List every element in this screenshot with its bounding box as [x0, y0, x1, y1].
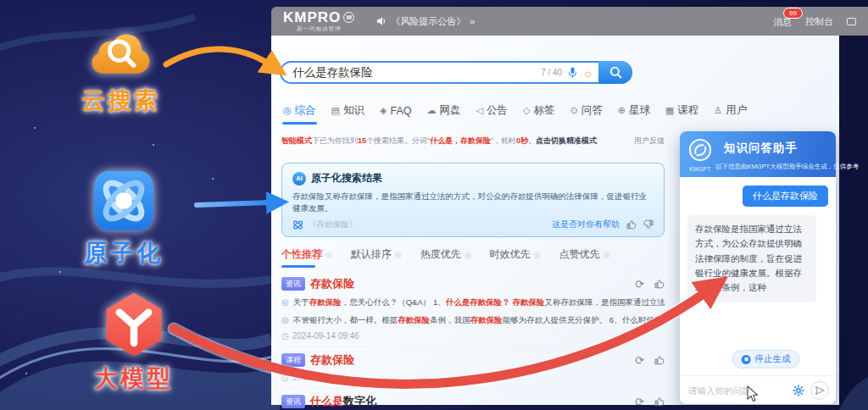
search-input[interactable]: [281, 66, 541, 79]
notice-text: 下已为你找到: [312, 136, 358, 145]
callout-atomization: 原子化: [83, 168, 164, 269]
star-dot: [34, 127, 36, 129]
sort-recency[interactable]: 时效优先◎: [490, 247, 541, 268]
refresh-icon[interactable]: ⟳: [635, 279, 644, 290]
thumbs-up-icon[interactable]: [626, 219, 637, 230]
refresh-icon[interactable]: ⟳: [635, 396, 644, 407]
speaker-icon: [376, 16, 387, 26]
messages-button[interactable]: 消息 99: [773, 14, 792, 29]
info-circle-icon: ◎: [465, 251, 471, 259]
question-input[interactable]: [687, 385, 787, 396]
notice-time: 0秒: [516, 136, 528, 145]
tab-comprehensive[interactable]: ◎综合: [281, 102, 318, 123]
send-button[interactable]: [810, 381, 829, 400]
tab-planet-icon: ⊕: [618, 106, 626, 115]
category-badge: 资讯: [281, 277, 305, 291]
snippet-marker-icon: ◎: [281, 296, 289, 309]
sort-label: 默认排序: [351, 247, 392, 262]
thumbs-up-icon[interactable]: [654, 396, 665, 407]
tab-label: 网盘: [440, 103, 461, 118]
assistant-conversation: 什么是存款保险 存款保险是指国家通过立法方式，为公众存款提供明确法律保障的制度，…: [680, 177, 836, 375]
tab-netdisk-icon: ☁: [427, 106, 437, 115]
assistant-panel: KMGPT 知识问答助手 以下信息由KMGPT大模型助手综合生成，仅供参考 什么…: [680, 131, 836, 404]
kmgpt-swirl-icon: [688, 138, 712, 162]
result-title[interactable]: 什么是数字化: [310, 394, 376, 409]
user-feedback-link[interactable]: 用户反馈: [634, 136, 665, 147]
helpful-link[interactable]: 这是否对你有帮助: [552, 219, 620, 230]
notice-text: ”，耗时: [491, 136, 516, 145]
sort-popularity[interactable]: 热度优先◎: [420, 247, 471, 268]
tab-announcement[interactable]: ◁公告: [475, 102, 509, 123]
tab-label: 综合: [295, 103, 316, 118]
callout-label-cloud-search: 云搜索: [81, 85, 161, 117]
screenshot-root: 云搜索 原子化 大模型: [0, 0, 868, 410]
console-button[interactable]: 控制台: [805, 15, 833, 28]
info-circle-icon: ◎: [326, 251, 332, 259]
notice-keywords: 什么是，存款保险: [430, 136, 491, 145]
result-timestamp: 2024-09-14 09:46: [292, 331, 359, 341]
thumbs-up-icon[interactable]: [654, 355, 665, 365]
sort-label: 热度优先: [420, 247, 461, 262]
hot-search-icon[interactable]: ☼: [582, 67, 593, 79]
window-icon[interactable]: [847, 18, 856, 25]
logo-text: KMPRO: [283, 10, 341, 25]
result-snippet: 关于存款保险，您关心什么？（Q&A） 1、什么是存款保险？ 存款保险又称存款保障…: [293, 296, 665, 309]
ai-source-link[interactable]: 《存款保险》: [309, 219, 357, 230]
tab-course[interactable]: ▦课程: [664, 102, 700, 123]
messages-badge: 99: [783, 8, 803, 19]
category-badge: 资讯: [281, 395, 305, 408]
tab-qa[interactable]: ⊙问答: [568, 102, 604, 123]
char-counter: 7 / 40: [541, 68, 562, 77]
assistant-title: 知识问答助手: [724, 138, 827, 156]
tab-faq[interactable]: ◈FAQ: [378, 102, 413, 123]
tab-label: 星球: [629, 103, 650, 118]
callout-label-atomization: 原子化: [83, 237, 164, 269]
tab-knowledge-icon: ▤: [331, 106, 340, 115]
assistant-header: KMGPT 知识问答助手 以下信息由KMGPT大模型助手综合生成，仅供参考: [680, 131, 836, 177]
stop-label: 停止生成: [755, 353, 791, 365]
microphone-icon[interactable]: [568, 67, 577, 79]
assistant-input-row: [680, 375, 836, 404]
info-circle-icon: ◎: [395, 251, 402, 259]
refresh-icon[interactable]: ⟳: [635, 355, 644, 366]
tab-label: 知识: [343, 103, 364, 118]
search-button[interactable]: [598, 61, 632, 84]
sort-likes[interactable]: 点赞优先◎: [559, 247, 609, 268]
atom-mark-icon: [292, 220, 303, 230]
tab-user[interactable]: ♙用户: [712, 102, 748, 123]
thumbs-down-icon[interactable]: [643, 219, 654, 230]
result-item: 课程 存款保险 ⟳ ◷12:22:43: [281, 347, 665, 389]
tab-course-icon: ▦: [665, 106, 674, 115]
tab-planet[interactable]: ⊕星球: [616, 102, 652, 123]
paper-plane-icon: [815, 385, 825, 396]
result-snippet: 不管银行大小，都一样。根据存款保险条例，我国存款保险能够为存款人提供充分保护。 …: [293, 314, 665, 327]
sort-default[interactable]: 默认排序◎: [351, 247, 402, 268]
stop-generate-button[interactable]: 停止生成: [732, 350, 800, 368]
switch-precise-mode-link[interactable]: 点击切换精准模式: [536, 136, 597, 145]
atom-icon: [83, 168, 164, 237]
thumbs-up-icon[interactable]: [654, 279, 665, 289]
sort-label: 个性推荐: [281, 247, 322, 262]
star-dot: [237, 356, 239, 357]
callout-label-large-model: 大模型: [93, 363, 174, 395]
announcement-banner[interactable]: 《风险提示公告》 »: [376, 15, 475, 28]
tab-netdisk[interactable]: ☁网盘: [426, 102, 463, 123]
assistant-reply: 存款保险是指国家通过立法方式，为公众存款提供明确法律保障的制度，旨在促进银行业的…: [687, 215, 816, 302]
settings-icon[interactable]: [793, 385, 804, 396]
notice-text: 个搜索结果。分词“: [366, 136, 430, 145]
ai-search-result-card: AI 原子化搜索结果 存款保险又称存款保障，是指国家通过立法的方式，对公众的存款…: [281, 163, 665, 237]
tab-label: 公告: [487, 103, 508, 118]
info-circle-icon: ◎: [534, 251, 541, 259]
ai-badge-icon: AI: [292, 172, 306, 186]
notice-text: 。: [528, 136, 536, 145]
result-title[interactable]: 存款保险: [310, 276, 354, 291]
tab-tags[interactable]: ◇标签: [521, 102, 556, 123]
result-title[interactable]: 存款保险: [310, 352, 354, 368]
tab-qa-icon: ⊙: [570, 106, 577, 115]
tab-knowledge[interactable]: ▤知识: [330, 102, 366, 123]
logo-tagline: 新一代知识管理: [283, 26, 354, 32]
announcement-more: »: [470, 16, 475, 26]
snippet-marker-icon: ◎: [281, 314, 289, 327]
tab-comprehensive-icon: ◎: [283, 106, 292, 115]
sort-personalized[interactable]: 个性推荐◎: [281, 247, 332, 268]
